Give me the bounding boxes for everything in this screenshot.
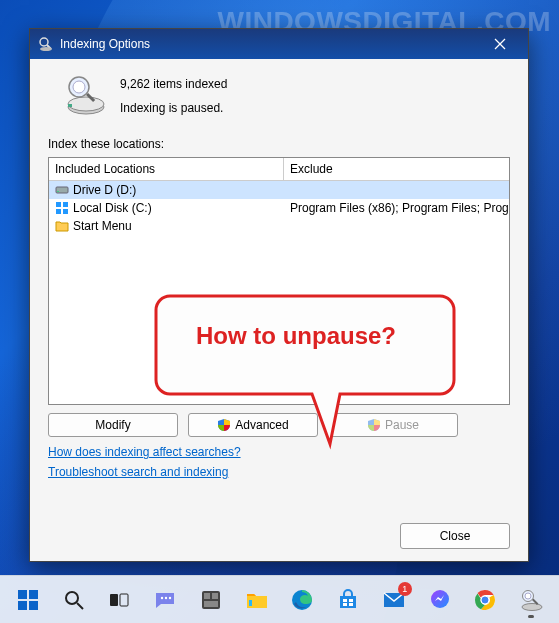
widgets-button[interactable] (191, 580, 231, 620)
troubleshoot-link[interactable]: Troubleshoot search and indexing (48, 465, 228, 479)
svg-point-26 (165, 596, 167, 598)
drive-icon (55, 183, 69, 197)
row-exclude (284, 217, 509, 235)
svg-rect-29 (204, 593, 210, 599)
search-icon (63, 589, 85, 611)
svg-point-9 (73, 81, 85, 93)
indexing-options-dialog: Indexing Options 9,262 items indexed Ind… (29, 28, 529, 562)
file-explorer-button[interactable] (237, 580, 277, 620)
pause-label: Pause (385, 418, 419, 432)
windows-start-icon (16, 588, 40, 612)
titlebar[interactable]: Indexing Options (30, 29, 528, 59)
items-indexed-count: 9,262 items indexed (120, 75, 227, 93)
svg-rect-20 (29, 601, 38, 610)
svg-point-21 (66, 592, 78, 604)
svg-point-43 (522, 603, 542, 610)
edge-button[interactable] (283, 580, 323, 620)
svg-rect-14 (63, 202, 68, 207)
row-exclude (284, 181, 509, 199)
svg-line-22 (77, 603, 83, 609)
windows-drive-icon (55, 201, 69, 215)
svg-rect-35 (349, 599, 353, 602)
svg-point-2 (40, 47, 52, 51)
edge-icon (290, 588, 314, 612)
dialog-title: Indexing Options (60, 37, 480, 51)
column-header-exclude[interactable]: Exclude (284, 158, 509, 181)
svg-point-45 (525, 593, 531, 599)
svg-rect-34 (343, 599, 347, 602)
row-label: Local Disk (C:) (73, 201, 152, 215)
shield-icon (217, 418, 231, 432)
svg-point-0 (40, 38, 48, 46)
search-button[interactable] (54, 580, 94, 620)
shield-icon (367, 418, 381, 432)
store-icon (337, 589, 359, 611)
row-exclude: Program Files (x86); Program Files; Prog… (284, 199, 509, 217)
svg-rect-32 (249, 600, 252, 606)
svg-rect-19 (18, 601, 27, 610)
indexing-affect-link[interactable]: How does indexing affect searches? (48, 445, 241, 459)
svg-rect-15 (56, 209, 61, 214)
folder-icon (245, 588, 269, 612)
column-header-included[interactable]: Included Locations (49, 158, 284, 181)
svg-rect-36 (343, 603, 347, 606)
locations-section-label: Index these locations: (48, 137, 510, 151)
svg-rect-16 (63, 209, 68, 214)
messenger-icon (428, 588, 452, 612)
svg-rect-23 (110, 594, 118, 606)
window-close-button[interactable] (480, 29, 520, 59)
svg-rect-37 (349, 603, 353, 606)
svg-rect-30 (212, 593, 218, 599)
advanced-button[interactable]: Advanced (188, 413, 318, 437)
pause-button: Pause (328, 413, 458, 437)
row-label: Drive D (D:) (73, 183, 136, 197)
indexing-status-text: Indexing is paused. (120, 99, 227, 117)
indexing-options-taskbar-button[interactable] (511, 580, 551, 620)
svg-point-27 (169, 596, 171, 598)
taskbar: 1 (0, 575, 559, 623)
advanced-label: Advanced (235, 418, 288, 432)
store-button[interactable] (328, 580, 368, 620)
chrome-icon (473, 588, 497, 612)
svg-rect-11 (56, 187, 68, 193)
svg-point-6 (68, 97, 104, 111)
svg-rect-17 (18, 590, 27, 599)
chat-icon (153, 588, 177, 612)
mail-badge: 1 (398, 582, 412, 596)
mail-button[interactable]: 1 (374, 580, 414, 620)
messenger-button[interactable] (420, 580, 460, 620)
close-button[interactable]: Close (400, 523, 510, 549)
task-view-icon (108, 589, 130, 611)
modify-button[interactable]: Modify (48, 413, 178, 437)
task-view-button[interactable] (100, 580, 140, 620)
indexing-icon (38, 36, 54, 52)
svg-rect-13 (56, 202, 61, 207)
row-label: Start Menu (73, 219, 132, 233)
locations-grid: Included Locations Exclude Drive D (D:) … (48, 157, 510, 405)
svg-rect-24 (120, 594, 128, 606)
svg-rect-7 (68, 104, 72, 107)
folder-icon (55, 219, 69, 233)
start-button[interactable] (8, 580, 48, 620)
magnifier-drive-icon (62, 73, 106, 117)
svg-rect-18 (29, 590, 38, 599)
svg-rect-31 (204, 601, 218, 607)
svg-point-25 (161, 596, 163, 598)
indexing-icon (519, 588, 543, 612)
chrome-button[interactable] (466, 580, 506, 620)
close-icon (494, 38, 506, 50)
teams-button[interactable] (145, 580, 185, 620)
widgets-icon (200, 589, 222, 611)
svg-rect-12 (57, 191, 59, 192)
